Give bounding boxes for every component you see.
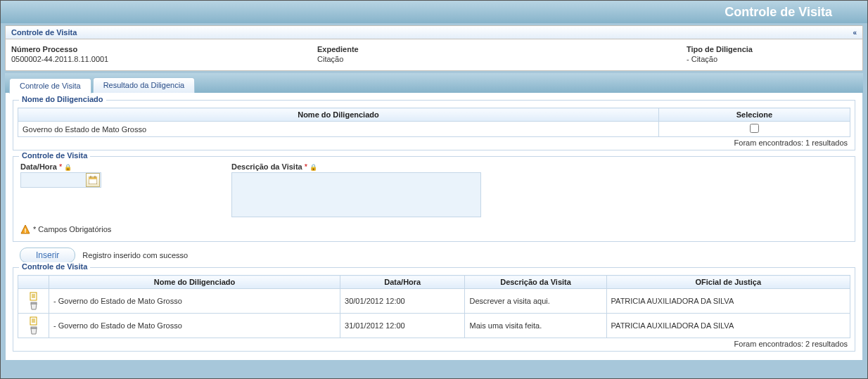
expediente-value: Citação — [317, 55, 687, 63]
diligencia-label: Tipo de Diligencia — [687, 45, 857, 53]
officer-cell: PATRICIA AUXILIADORA DA SILVA — [606, 314, 850, 338]
svg-text:!: ! — [25, 227, 27, 234]
date-input[interactable] — [21, 173, 86, 187]
delete-icon[interactable] — [29, 326, 39, 335]
collapse-icon[interactable]: « — [853, 29, 857, 37]
tab-body: Nome do Diligenciado Nome do Diligenciad… — [5, 93, 863, 361]
insert-row: Inserir Registro inserido com sucesso — [20, 248, 855, 263]
calendar-icon[interactable] — [86, 173, 100, 187]
visits-results: Foram encontrados: 2 resultados — [18, 338, 850, 348]
process-col: Número Processo 0500002-44.2011.8.11.000… — [11, 45, 317, 63]
date-cell: 31/01/2012 12:00 — [340, 314, 465, 338]
expediente-label: Expediente — [317, 45, 687, 53]
date-cell: 30/01/2012 12:00 — [340, 289, 465, 314]
actions-cell — [18, 289, 49, 314]
tabs-strip: Controle de Visita Resultado da Diligenc… — [5, 73, 863, 93]
desc-label: Descrição da Visita — [231, 162, 302, 171]
process-value: 0500002-44.2011.8.11.0001 — [11, 55, 317, 63]
visits-table: Nome do Diligenciado Data/Hora Descrição… — [18, 275, 850, 338]
required-note-row: ! * Campos Obrigatórios — [18, 220, 850, 236]
app-header: Controle de Visita — [1, 1, 867, 23]
diligenciado-table: Nome do Diligenciado Selecione Governo d… — [18, 108, 850, 137]
expediente-col: Expediente Citação — [317, 45, 687, 63]
process-info-row: Número Processo 0500002-44.2011.8.11.000… — [6, 39, 862, 70]
desc-cell: Descrever a visita aqui. — [465, 289, 606, 314]
table-row: Governo do Estado de Mato Grosso — [18, 122, 850, 137]
success-message: Registro inserido com sucesso — [82, 251, 188, 259]
desc-field: Descrição da Visita * 🔒 — [231, 162, 481, 219]
desc-textarea[interactable] — [231, 172, 481, 217]
diligenciado-results: Foram encontrados: 1 resultados — [18, 137, 850, 147]
edit-icon[interactable] — [29, 316, 39, 326]
name-cell: - Governo do Estado de Mato Grosso — [49, 314, 340, 338]
desc-cell: Mais uma visita feita. — [465, 314, 606, 338]
process-label: Número Processo — [11, 45, 317, 53]
col-name-header: Nome do Diligenciado — [18, 108, 659, 122]
diligencia-col: Tipo de Diligencia - Citação — [687, 45, 857, 63]
table-header-row: Nome do Diligenciado Selecione — [18, 108, 850, 122]
diligenciado-select-cell — [658, 122, 850, 137]
visits-legend: Controle de Visita — [19, 262, 90, 271]
col-name-header: Nome do Diligenciado — [49, 276, 340, 289]
svg-rect-1 — [89, 177, 97, 179]
col-actions-header — [18, 276, 49, 289]
name-cell: - Governo do Estado de Mato Grosso — [49, 289, 340, 314]
delete-icon[interactable] — [29, 301, 39, 311]
edit-icon[interactable] — [29, 291, 39, 301]
table-row: - Governo do Estado de Mato Grosso 31/01… — [18, 314, 850, 338]
table-row: - Governo do Estado de Mato Grosso 30/01… — [18, 289, 850, 314]
visit-form-legend: Controle de Visita — [19, 151, 90, 160]
actions-cell — [18, 314, 49, 338]
lock-icon: 🔒 — [64, 164, 72, 171]
diligenciado-name-cell: Governo do Estado de Mato Grosso — [18, 122, 659, 137]
lock-icon: 🔒 — [309, 164, 317, 171]
date-input-wrap — [20, 172, 101, 188]
required-note: * Campos Obrigatórios — [33, 225, 111, 233]
date-label: Data/Hora — [20, 162, 57, 171]
diligenciado-fieldset: Nome do Diligenciado Nome do Diligenciad… — [13, 100, 855, 150]
svg-rect-9 — [31, 327, 37, 328]
officer-cell: PATRICIA AUXILIADORA DA SILVA — [606, 289, 850, 314]
col-date-header: Data/Hora — [340, 276, 465, 289]
col-desc-header: Descrição da Visita — [465, 276, 606, 289]
insert-button[interactable]: Inserir — [20, 248, 75, 263]
main-panel-header: Controle de Visita « — [6, 26, 862, 39]
select-checkbox[interactable] — [750, 124, 759, 133]
form-row: Data/Hora * 🔒 Descrição da Visita * 🔒 — [18, 161, 850, 220]
page-title: Controle de Visita — [725, 5, 832, 20]
col-select-header: Selecione — [658, 108, 850, 122]
tab-controle-visita[interactable]: Controle de Visita — [9, 78, 91, 94]
visit-form-fieldset: Controle de Visita Data/Hora * 🔒 Descriç… — [13, 156, 855, 242]
visits-fieldset: Controle de Visita Nome do Diligenciado … — [13, 267, 855, 352]
table-header-row: Nome do Diligenciado Data/Hora Descrição… — [18, 276, 850, 289]
svg-rect-7 — [31, 302, 37, 304]
date-field: Data/Hora * 🔒 — [20, 162, 210, 219]
tab-resultado-diligencia[interactable]: Resultado da Diligencia — [93, 77, 196, 93]
diligenciado-legend: Nome do Diligenciado — [19, 95, 106, 103]
col-officer-header: OFicial de Justiça — [606, 276, 850, 289]
warning-icon: ! — [20, 224, 30, 234]
diligencia-value: - Citação — [687, 55, 857, 63]
main-panel: Controle de Visita « Número Processo 050… — [5, 25, 863, 71]
main-panel-title: Controle de Visita — [11, 28, 77, 37]
